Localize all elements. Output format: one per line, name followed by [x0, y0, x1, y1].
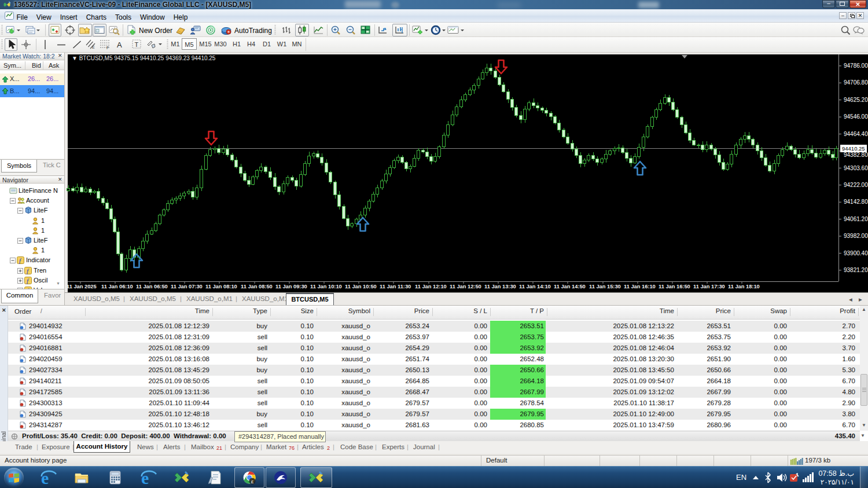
svg-text:11 Jan 14:50: 11 Jan 14:50 — [554, 284, 586, 289]
svg-text:94625.20: 94625.20 — [844, 97, 868, 103]
svg-text:▼ BTCUSD,M5 94375.15 94410.25: ▼ BTCUSD,M5 94375.15 94410.25 94369.23 9… — [72, 55, 216, 61]
svg-text:11 Jan 18:10: 11 Jan 18:10 — [728, 284, 760, 289]
svg-text:11 Jan 2025: 11 Jan 2025 — [67, 284, 97, 289]
svg-text:F: F — [106, 46, 109, 50]
svg-text:11 Jan 08:10: 11 Jan 08:10 — [205, 284, 237, 289]
svg-text:11 Jan 16:50: 11 Jan 16:50 — [659, 284, 690, 289]
svg-text:93900.40: 93900.40 — [844, 250, 868, 256]
svg-text:94464.40: 94464.40 — [844, 131, 868, 137]
svg-text:93821.20: 93821.20 — [844, 267, 868, 273]
svg-text:94546.00: 94546.00 — [844, 113, 868, 120]
svg-text:11 Jan 07:30: 11 Jan 07:30 — [171, 284, 203, 289]
svg-text:94142.80: 94142.80 — [844, 199, 868, 205]
svg-text:94222.00: 94222.00 — [844, 182, 868, 188]
svg-text:11 Jan 13:30: 11 Jan 13:30 — [484, 284, 516, 289]
svg-text:94061.20: 94061.20 — [844, 216, 868, 222]
svg-text:T: T — [135, 41, 139, 48]
svg-text:11 Jan 10:10: 11 Jan 10:10 — [310, 284, 342, 289]
svg-text:11 Jan 14:10: 11 Jan 14:10 — [519, 284, 551, 289]
svg-text:94410.25: 94410.25 — [842, 145, 865, 152]
svg-text:11 Jan 17:30: 11 Jan 17:30 — [693, 284, 725, 289]
svg-text:11 Jan 06:50: 11 Jan 06:50 — [136, 284, 168, 289]
svg-text:94382.80: 94382.80 — [844, 152, 868, 158]
svg-text:94706.80: 94706.80 — [844, 79, 868, 86]
svg-text:11 Jan 15:30: 11 Jan 15:30 — [589, 284, 621, 289]
svg-text:£: £ — [251, 479, 254, 485]
svg-text:11 Jan 06:10: 11 Jan 06:10 — [101, 284, 133, 289]
svg-text:11 Jan 09:30: 11 Jan 09:30 — [275, 284, 307, 289]
svg-text:11 Jan 12:50: 11 Jan 12:50 — [450, 284, 481, 289]
svg-text:11 Jan 11:30: 11 Jan 11:30 — [380, 284, 411, 289]
svg-text:11 Jan 12:10: 11 Jan 12:10 — [415, 284, 447, 289]
svg-text:94303.60: 94303.60 — [844, 165, 868, 171]
svg-text:93982.00: 93982.00 — [844, 233, 868, 239]
svg-text:11 Jan 08:50: 11 Jan 08:50 — [241, 284, 273, 289]
svg-text:11 Jan 16:10: 11 Jan 16:10 — [624, 284, 656, 289]
svg-text:11 Jan 10:50: 11 Jan 10:50 — [345, 284, 377, 289]
svg-text:E: E — [92, 45, 95, 49]
svg-text:94786.00: 94786.00 — [844, 63, 868, 69]
